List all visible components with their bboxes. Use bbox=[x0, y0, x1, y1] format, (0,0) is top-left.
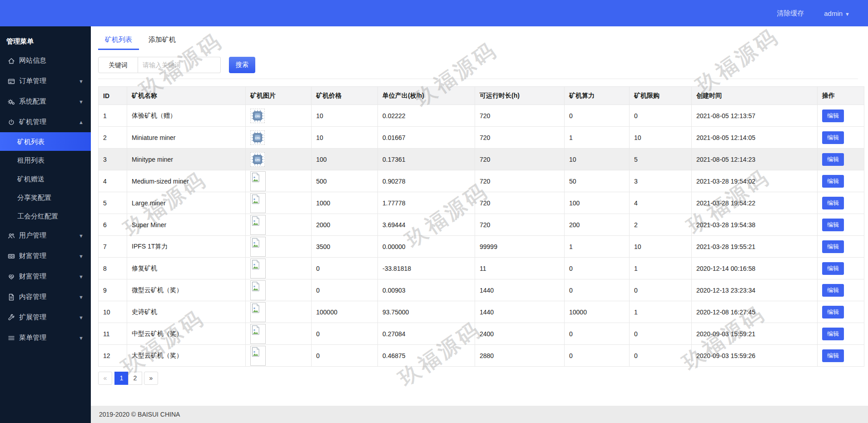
edit-button[interactable]: 编辑 bbox=[822, 306, 844, 318]
edit-button[interactable]: 编辑 bbox=[822, 153, 844, 166]
cell-name: Miniature miner bbox=[127, 127, 246, 149]
sidebar-subitem-rental-list[interactable]: 租用列表 bbox=[0, 151, 91, 169]
cell-runtime: 2400 bbox=[475, 323, 565, 345]
main-content: 玖福源码玖福源码玖福源码玖福源码玖福源码玖福源码玖福源码玖福源码玖福源码 矿机列… bbox=[91, 26, 868, 423]
sidebar-item-system-config[interactable]: 系统配置▼ bbox=[0, 91, 91, 112]
column-header: 可运行时长(h) bbox=[475, 87, 565, 105]
cell-price: 2000 bbox=[312, 214, 378, 236]
clear-cache-link[interactable]: 清除缓存 bbox=[777, 9, 804, 18]
sidebar-item-content-mgmt[interactable]: 内容管理▼ bbox=[0, 287, 91, 307]
bars-icon bbox=[6, 334, 16, 342]
cell-limit: 0 bbox=[630, 323, 692, 345]
table-row: 3Minitype miner CPU1000.173617201052021-… bbox=[99, 149, 864, 170]
heart-icon bbox=[6, 273, 16, 280]
cell-power: 100 bbox=[565, 192, 630, 214]
edit-button[interactable]: 编辑 bbox=[822, 262, 844, 275]
cell-id: 12 bbox=[99, 345, 127, 367]
search-button[interactable]: 搜索 bbox=[229, 57, 255, 73]
cell-price: 10 bbox=[312, 105, 378, 127]
pagination-next[interactable]: » bbox=[144, 372, 158, 385]
sidebar-item-wealth-mgmt-1[interactable]: 财富管理▼ bbox=[0, 246, 91, 266]
keyword-input[interactable] bbox=[138, 57, 221, 73]
sidebar-item-site-info[interactable]: 网站信息 bbox=[0, 50, 91, 71]
sidebar-subitem-miner-list[interactable]: 矿机列表 bbox=[0, 132, 91, 151]
edit-button[interactable]: 编辑 bbox=[822, 349, 844, 362]
sidebar-subitem-share-reward[interactable]: 分享奖配置 bbox=[0, 188, 91, 207]
cell-price: 100000 bbox=[312, 301, 378, 323]
cell-price: 0 bbox=[312, 279, 378, 301]
pagination: «12» bbox=[98, 372, 858, 385]
username: admin bbox=[824, 10, 843, 17]
cell-name: 微型云矿机（奖） bbox=[127, 279, 246, 301]
edit-button[interactable]: 编辑 bbox=[822, 284, 844, 297]
copyright-text: 2019-2020 © BAISUI CHINA bbox=[99, 411, 180, 418]
search-toolbar: 关键词 搜索 bbox=[98, 57, 858, 73]
cell-name: 修复矿机 bbox=[127, 258, 246, 279]
sidebar-item-order-mgmt[interactable]: 订单管理▼ bbox=[0, 71, 91, 91]
cell-limit: 10 bbox=[630, 236, 692, 258]
cell-power: 0 bbox=[565, 279, 630, 301]
action-cell: 编辑 bbox=[818, 345, 864, 367]
svg-text:CPU: CPU bbox=[255, 136, 260, 139]
cell-output: 0.01667 bbox=[378, 127, 475, 149]
cell-id: 6 bbox=[99, 214, 127, 236]
cell-id: 1 bbox=[99, 105, 127, 127]
edit-button[interactable]: 编辑 bbox=[822, 240, 844, 253]
edit-button[interactable]: 编辑 bbox=[822, 131, 844, 144]
table-row: 7IPFS 1T算力 35000.00000999991102021-03-28… bbox=[99, 236, 864, 258]
sidebar-item-extension-mgmt[interactable]: 扩展管理▼ bbox=[0, 307, 91, 328]
user-menu[interactable]: admin▼ bbox=[824, 10, 850, 17]
pagination-page-2[interactable]: 2 bbox=[128, 372, 142, 385]
column-header: 创建时间 bbox=[692, 87, 818, 105]
money-icon bbox=[6, 253, 16, 260]
tab-miner-list[interactable]: 矿机列表 bbox=[98, 33, 139, 50]
cell-power: 0 bbox=[565, 323, 630, 345]
broken-image-icon bbox=[250, 302, 266, 322]
action-cell: 编辑 bbox=[818, 236, 864, 258]
sidebar-subitem-guild-dividend[interactable]: 工会分红配置 bbox=[0, 207, 91, 225]
table-row: 6Super Miner 20003.6944472020022021-03-2… bbox=[99, 214, 864, 236]
cell-output: 0.00000 bbox=[378, 236, 475, 258]
edit-button[interactable]: 编辑 bbox=[822, 109, 844, 122]
cpu-chip-icon: CPU bbox=[250, 152, 265, 167]
cell-created: 2021-08-05 12:14:23 bbox=[692, 149, 818, 170]
broken-image-icon bbox=[250, 237, 266, 257]
edit-button[interactable]: 编辑 bbox=[822, 328, 844, 340]
miner-image-cell: CPU bbox=[246, 127, 312, 149]
chevron-up-icon: ▲ bbox=[79, 119, 84, 125]
cell-name: IPFS 1T算力 bbox=[127, 236, 246, 258]
cell-runtime: 720 bbox=[475, 170, 565, 192]
pagination-prev[interactable]: « bbox=[98, 372, 112, 385]
cell-limit: 3 bbox=[630, 170, 692, 192]
cell-output: 0.17361 bbox=[378, 149, 475, 170]
cell-limit: 0 bbox=[630, 105, 692, 127]
sidebar-item-wealth-mgmt-2[interactable]: 财富管理▼ bbox=[0, 266, 91, 287]
cell-id: 3 bbox=[99, 149, 127, 170]
sidebar-item-user-mgmt[interactable]: 用户管理▼ bbox=[0, 225, 91, 246]
orders-icon bbox=[6, 78, 16, 85]
cell-power: 50 bbox=[565, 170, 630, 192]
cell-runtime: 99999 bbox=[475, 236, 565, 258]
sidebar-item-miner-mgmt[interactable]: 矿机管理▲ bbox=[0, 112, 91, 132]
edit-button[interactable]: 编辑 bbox=[822, 197, 844, 209]
sidebar-item-menu-mgmt[interactable]: 菜单管理▼ bbox=[0, 328, 91, 348]
table-row: 11中型云矿机（奖） 00.270842400002020-09-03 15:5… bbox=[99, 323, 864, 345]
action-cell: 编辑 bbox=[818, 192, 864, 214]
cell-power: 10000 bbox=[565, 301, 630, 323]
cell-created: 2020-12-08 16:27:45 bbox=[692, 301, 818, 323]
cell-price: 10 bbox=[312, 127, 378, 149]
edit-button[interactable]: 编辑 bbox=[822, 175, 844, 188]
table-row: 5Large miner 10001.7777872010042021-03-2… bbox=[99, 192, 864, 214]
cell-output: 0.46875 bbox=[378, 345, 475, 367]
tab-add-miner[interactable]: 添加矿机 bbox=[142, 33, 183, 50]
cell-name: 体验矿机（赠） bbox=[127, 105, 246, 127]
pagination-page-1[interactable]: 1 bbox=[114, 372, 129, 385]
action-cell: 编辑 bbox=[818, 279, 864, 301]
action-cell: 编辑 bbox=[818, 301, 864, 323]
miner-image-cell bbox=[246, 170, 312, 192]
sidebar-header: 管理菜单 bbox=[0, 26, 91, 50]
cell-name: Medium-sized miner bbox=[127, 170, 246, 192]
edit-button[interactable]: 编辑 bbox=[822, 219, 844, 231]
broken-image-icon bbox=[250, 259, 266, 279]
sidebar-subitem-miner-gift[interactable]: 矿机赠送 bbox=[0, 169, 91, 188]
